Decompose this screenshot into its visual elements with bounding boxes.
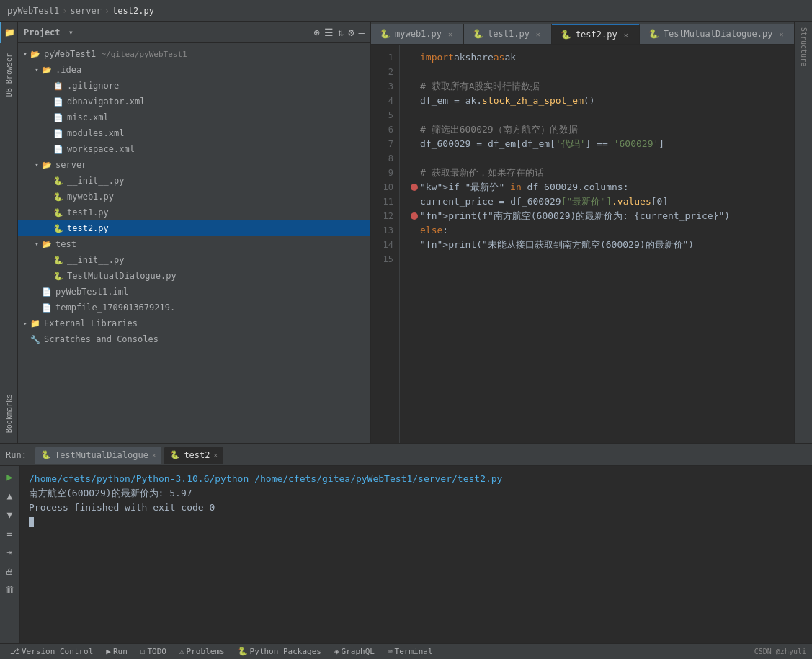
status-graphql[interactable]: ◈ GraphQL (330, 644, 379, 659)
editor-area: 🐍 myweb1.py ✕ 🐍 test1.py ✕ 🐍 test2.py ✕ … (371, 22, 794, 443)
run-delete-button[interactable]: 🗑 (2, 581, 18, 597)
tree-arrow: ▾ (21, 50, 30, 58)
tab-close-myweb1[interactable]: ✕ (446, 30, 455, 39)
editor-tab-test2[interactable]: 🐍 test2.py ✕ (552, 24, 640, 44)
line-num-13: 13 (377, 223, 393, 238)
tree-item-init2[interactable]: 🐍 __init__.py (18, 252, 370, 268)
tree-item-scratches[interactable]: 🔧 Scratches and Consoles (18, 331, 370, 347)
code-spacer (409, 266, 794, 411)
tab-close-testmutual[interactable]: ✕ (777, 30, 785, 39)
tree-icon-myweb1: 🐍 (53, 191, 64, 202)
breakpoint-area[interactable] (409, 184, 420, 191)
panel-title: Project ▾ (24, 27, 313, 37)
tab-label-testmutual: TestMutualDialogue.py (664, 29, 773, 39)
tree-icon-tempfile: 📄 (41, 302, 53, 313)
status-problems[interactable]: ⚠ Problems (175, 644, 229, 659)
tree-item-misc[interactable]: 📄 misc.xml (18, 109, 370, 125)
code-line-14: "fn">print("未能从接口获取到南方航空(600029)的最新价") (409, 238, 794, 252)
status-run[interactable]: ▶ Run (102, 644, 132, 659)
file-tree: ▾ 📂 pyWebTest1 ~/gitea/pyWebTest1 ▾ 📂 .i… (18, 43, 370, 443)
tree-item-gitignore[interactable]: 📋 .gitignore (18, 78, 370, 94)
tree-item-extlibs[interactable]: ▸ 📁 External Libraries (18, 315, 370, 331)
tree-icon-gitignore: 📋 (53, 80, 64, 91)
tree-item-server[interactable]: ▾ 📂 server (18, 157, 370, 173)
minimize-icon[interactable]: — (359, 27, 365, 38)
code-line-9: # 获取最新价，如果存在的话 (409, 166, 794, 180)
run-print-button[interactable]: 🖨 (2, 562, 18, 578)
title-sep2: › (104, 6, 110, 16)
terminal-content[interactable]: /home/cfets/python/Python-3.10.6/python … (20, 466, 812, 643)
title-project: pyWebTest1 (7, 6, 59, 16)
status-terminal[interactable]: ⌨ Terminal (383, 644, 437, 659)
tree-item-dbnavigator[interactable]: 📄 dbnavigator.xml (18, 94, 370, 109)
code-content[interactable]: import akshare as ak# 获取所有A股实时行情数据df_em … (400, 45, 794, 443)
tree-label-myweb1: myweb1.py (67, 192, 114, 202)
tree-item-init1[interactable]: 🐍 __init__.py (18, 173, 370, 189)
run-format-button[interactable]: ⇥ (2, 544, 18, 560)
tree-item-idea[interactable]: ▾ 📂 .idea (18, 62, 370, 78)
terminal-script-path[interactable]: /home/cfets/gitea/pyWebTest1/server/test… (254, 473, 502, 484)
sidebar-project-icon[interactable]: 📁 (0, 22, 17, 43)
main-area: 📁 DB Browser Bookmarks Project ▾ ⊕ ☰ ⇅ ⚙… (0, 22, 812, 443)
editor-tab-myweb1[interactable]: 🐍 myweb1.py ✕ (371, 24, 464, 44)
tree-label-testmutual: TestMutualDialogue.py (67, 271, 177, 281)
tree-label-test: test (55, 239, 76, 249)
tab-close-test2[interactable]: ✕ (622, 30, 630, 40)
tree-item-iml[interactable]: 📄 pyWebTest1.iml (18, 284, 370, 300)
run-tab-close-test2[interactable]: ✕ (214, 452, 218, 459)
terminal-output-line3: Process finished with exit code 0 (29, 501, 803, 515)
run-tab-testmutual[interactable]: 🐍 TestMutualDialogue ✕ (35, 447, 161, 464)
tree-item-root[interactable]: ▾ 📂 pyWebTest1 ~/gitea/pyWebTest1 (18, 46, 370, 62)
run-play-button[interactable]: ▶ (2, 469, 18, 485)
run-status-label: Run (113, 647, 128, 656)
tree-arrow: ▾ (32, 241, 41, 248)
tree-label-root: pyWebTest1 ~/gitea/pyWebTest1 (44, 49, 187, 59)
line-num-6: 6 (377, 122, 393, 137)
tree-label-init1: __init__.py (67, 176, 124, 186)
tree-item-modules[interactable]: 📄 modules.xml (18, 125, 370, 141)
terminal-python-path[interactable]: /home/cfets/python/Python-3.10.6/python (29, 473, 249, 484)
tree-arrow: ▾ (32, 66, 41, 73)
scroll-icon[interactable]: ⇅ (338, 27, 344, 38)
run-up-button[interactable]: ▲ (2, 488, 18, 503)
sidebar-bookmark-label[interactable]: Bookmarks (4, 390, 14, 437)
run-icon: ▶ (106, 647, 111, 656)
tree-icon-test1: 🐍 (53, 207, 64, 218)
editor-tab-test1[interactable]: 🐍 test1.py ✕ (464, 24, 552, 44)
structure-label[interactable]: Structure (798, 24, 809, 69)
title-bar: pyWebTest1 › server › test2.py (0, 0, 812, 22)
tree-item-test[interactable]: ▾ 📂 test (18, 236, 370, 252)
panel-dropdown[interactable]: ▾ (68, 27, 73, 37)
tree-item-myweb1[interactable]: 🐍 myweb1.py (18, 189, 370, 205)
tree-label-server: server (55, 160, 86, 170)
tree-item-testmutual[interactable]: 🐍 TestMutualDialogue.py (18, 268, 370, 284)
code-line-12: "fn">print(f"南方航空(600029)的最新价为: {current… (409, 209, 794, 223)
status-todo[interactable]: ☑ TODO (136, 644, 171, 659)
run-wrap-button[interactable]: ≡ (2, 525, 18, 541)
run-tab-close-testmutual[interactable]: ✕ (152, 452, 156, 459)
editor-tab-testmutual[interactable]: 🐍 TestMutualDialogue.py ✕ (640, 24, 794, 44)
collapse-all-icon[interactable]: ☰ (324, 27, 334, 38)
tree-item-test1[interactable]: 🐍 test1.py (18, 205, 370, 220)
tree-item-tempfile[interactable]: 📄 tempfile_1709013679219. (18, 300, 370, 315)
tab-label-test1: test1.py (488, 29, 530, 39)
tree-label-gitignore: .gitignore (67, 81, 119, 91)
editor-tabs: 🐍 myweb1.py ✕ 🐍 test1.py ✕ 🐍 test2.py ✕ … (371, 22, 794, 45)
code-line-3: # 获取所有A股实时行情数据 (409, 79, 794, 94)
tree-item-test2[interactable]: 🐍 test2.py (18, 220, 370, 236)
status-version-control[interactable]: ⎇ Version Control (6, 644, 97, 659)
settings-icon[interactable]: ⚙ (348, 27, 354, 38)
tree-icon-test: 📂 (41, 238, 53, 250)
terminal-area: ▶ ▲ ▼ ≡ ⇥ 🖨 🗑 /home/cfets/python/Python-… (0, 466, 812, 643)
run-down-button[interactable]: ▼ (2, 506, 18, 522)
sidebar-db-label[interactable]: DB Browser (4, 49, 14, 101)
tab-icon-myweb1: 🐍 (380, 29, 391, 39)
expand-all-icon[interactable]: ⊕ (313, 27, 319, 38)
tab-close-test1[interactable]: ✕ (534, 30, 543, 39)
tree-item-workspace[interactable]: 📄 workspace.xml (18, 141, 370, 157)
breakpoint-area[interactable] (409, 212, 420, 220)
status-python-packages[interactable]: 🐍 Python Packages (233, 644, 326, 659)
tree-icon-extlibs: 📁 (30, 318, 41, 329)
graphql-icon: ◈ (334, 647, 339, 656)
run-tab-test2[interactable]: 🐍 test2 ✕ (164, 447, 223, 464)
